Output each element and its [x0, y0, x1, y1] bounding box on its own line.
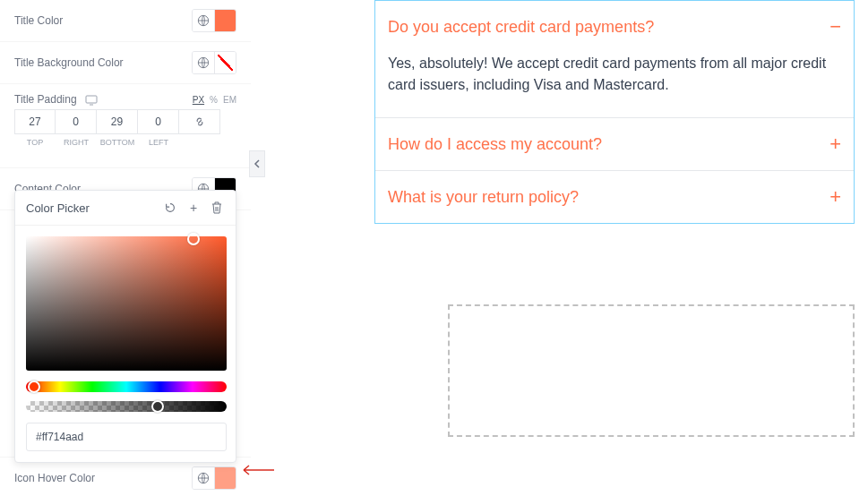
accordion-item: Do you accept credit card payments? − Ye…	[375, 1, 854, 118]
title-bg-controls	[192, 51, 236, 74]
title-bg-row: Title Background Color	[0, 42, 251, 84]
alpha-slider[interactable]	[26, 401, 227, 412]
collapse-sidebar-button[interactable]	[249, 150, 265, 177]
accordion-body: Yes, absolutely! We accept credit card p…	[375, 53, 854, 117]
title-padding-text: Title Padding	[14, 93, 77, 106]
padding-right-input[interactable]	[56, 109, 97, 134]
icon-hover-controls	[192, 466, 236, 490]
padding-inputs	[0, 109, 251, 138]
pad-label-bottom: BOTTOM	[97, 138, 138, 147]
title-color-swatch[interactable]	[214, 10, 236, 31]
unit-px[interactable]: PX	[193, 95, 204, 105]
padding-bottom-input[interactable]	[97, 109, 138, 134]
expand-icon: +	[829, 133, 841, 156]
reset-icon[interactable]	[162, 200, 178, 216]
chevron-left-icon	[254, 159, 261, 168]
add-icon[interactable]: +	[185, 200, 202, 216]
svg-rect-2	[86, 96, 97, 103]
saturation-value-handle[interactable]	[187, 233, 200, 245]
color-picker-panel: Color Picker +	[14, 190, 236, 463]
accordion-header[interactable]: Do you accept credit card payments? −	[375, 1, 854, 53]
unit-percent[interactable]: %	[210, 95, 218, 105]
padding-left-input[interactable]	[138, 109, 179, 134]
title-color-label: Title Color	[14, 14, 63, 27]
title-color-row: Title Color	[0, 0, 251, 42]
globe-icon[interactable]	[193, 10, 214, 31]
pad-label-top: TOP	[14, 138, 56, 147]
padding-top-input[interactable]	[14, 109, 56, 134]
hex-input[interactable]	[26, 423, 227, 451]
accordion-title: How do I access my account?	[388, 135, 602, 154]
padding-labels: TOP RIGHT BOTTOM LEFT	[0, 138, 251, 156]
title-bg-swatch[interactable]	[214, 52, 236, 73]
link-icon[interactable]	[179, 109, 220, 134]
color-picker-body	[15, 226, 236, 462]
color-picker-title: Color Picker	[26, 201, 90, 215]
globe-icon[interactable]	[193, 467, 214, 489]
accordion-title: What is your return policy?	[388, 188, 579, 207]
delete-icon[interactable]	[209, 200, 225, 216]
accordion-item: What is your return policy? +	[375, 171, 854, 223]
unit-em[interactable]: EM	[223, 95, 236, 105]
title-bg-label: Title Background Color	[14, 56, 124, 69]
padding-units: PX % EM	[193, 95, 236, 105]
main-preview: Do you accept credit card payments? − Ye…	[374, 0, 855, 224]
title-padding-header: Title Padding PX % EM	[0, 84, 251, 109]
title-padding-label: Title Padding	[14, 93, 98, 106]
hue-handle[interactable]	[28, 381, 40, 393]
color-picker-actions: +	[162, 200, 225, 216]
hue-slider[interactable]	[26, 381, 227, 392]
saturation-value-area[interactable]	[26, 236, 227, 371]
collapse-icon: −	[829, 15, 841, 38]
expand-icon: +	[829, 185, 841, 209]
accordion-widget: Do you accept credit card payments? − Ye…	[374, 0, 855, 224]
pad-label-right: RIGHT	[56, 138, 97, 147]
accordion-item: How do I access my account? +	[375, 118, 854, 171]
globe-icon[interactable]	[193, 52, 214, 73]
alpha-handle[interactable]	[151, 400, 164, 413]
icon-hover-label: Icon Hover Color	[14, 472, 95, 484]
accordion-header[interactable]: What is your return policy? +	[375, 171, 854, 223]
color-picker-header: Color Picker +	[15, 191, 236, 226]
accordion-header[interactable]: How do I access my account? +	[375, 118, 854, 170]
icon-hover-swatch[interactable]	[214, 467, 236, 489]
title-color-controls	[192, 9, 236, 32]
accordion-title: Do you accept credit card payments?	[388, 18, 654, 37]
pad-label-left: LEFT	[138, 138, 179, 147]
drop-zone[interactable]	[448, 304, 855, 437]
desktop-icon[interactable]	[85, 95, 98, 106]
